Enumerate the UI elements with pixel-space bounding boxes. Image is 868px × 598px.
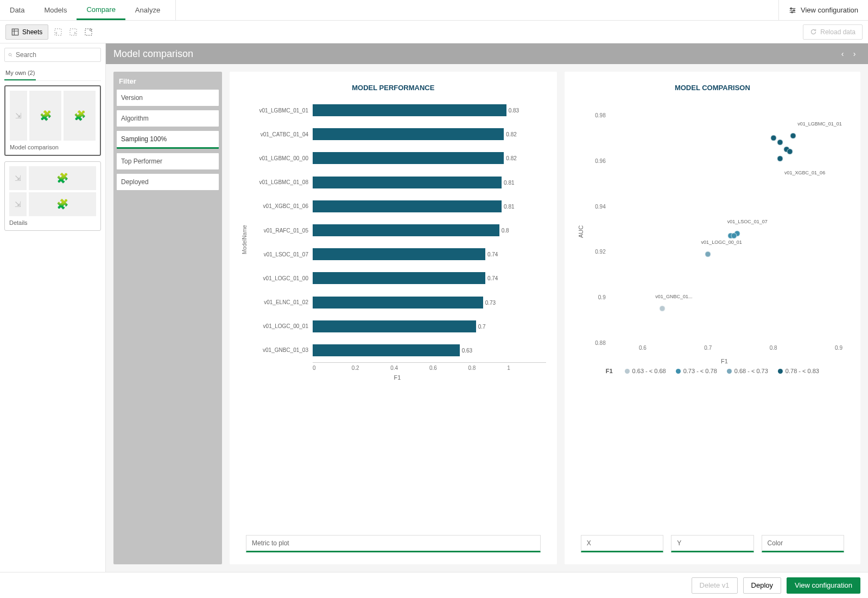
x-tick: 0.9 bbox=[835, 345, 842, 351]
scatter-ylabel: AUC bbox=[575, 98, 586, 364]
bar-category-label: v01_LOGC_01_00 bbox=[250, 275, 308, 281]
legend-swatch bbox=[778, 369, 783, 374]
sheet-card[interactable]: ⇲⇲🧩🧩Details bbox=[4, 161, 101, 231]
model-performance-title: MODEL PERFORMANCE bbox=[230, 72, 557, 98]
legend-title: F1 bbox=[606, 368, 613, 374]
search-icon bbox=[8, 52, 12, 58]
page-title: Model comparison bbox=[113, 48, 193, 60]
filter-item[interactable]: Top Performer bbox=[117, 153, 219, 169]
bar-category-label: v01_RAFC_01_05 bbox=[250, 228, 308, 234]
model-comparison-title: MODEL COMPARISON bbox=[565, 72, 860, 98]
y-tick: 0.98 bbox=[595, 112, 605, 118]
bar-value-label: 0.82 bbox=[506, 131, 516, 137]
model-performance-card: MODEL PERFORMANCE ModelName v01_LGBMC_01… bbox=[230, 72, 557, 564]
x-tick: 0.4 bbox=[390, 365, 429, 371]
scatter-annotation: v01_GNBC_01... bbox=[655, 294, 692, 299]
bar-row: v01_LOGC_00_010.7 bbox=[250, 314, 546, 338]
axis-selector-x[interactable]: X bbox=[581, 535, 663, 552]
scatter-point bbox=[659, 306, 665, 312]
axis-selector-y[interactable]: Y bbox=[671, 535, 753, 552]
legend-swatch bbox=[676, 369, 681, 374]
reload-label: Reload data bbox=[820, 28, 856, 36]
scatter-annotation: v01_LOGC_00_01 bbox=[701, 240, 742, 245]
reload-data-button: Reload data bbox=[803, 24, 863, 40]
search-input-wrap[interactable] bbox=[4, 48, 101, 62]
svg-point-8 bbox=[9, 53, 11, 56]
bar-xlabel: F1 bbox=[249, 374, 546, 381]
axis-selector-color[interactable]: Color bbox=[762, 535, 844, 552]
bar-category-label: v01_LSOC_01_07 bbox=[250, 251, 308, 257]
y-tick: 0.92 bbox=[595, 249, 605, 255]
scatter-point bbox=[770, 135, 776, 141]
sheet-card[interactable]: ⇲🧩🧩Model comparison bbox=[4, 85, 101, 156]
bar-category-label: v01_LOGC_00_01 bbox=[250, 323, 308, 329]
bar-row: v01_LGBMC_01_080.81 bbox=[250, 171, 546, 194]
bar-value-label: 0.73 bbox=[485, 299, 496, 305]
sheets-button[interactable]: Sheets bbox=[5, 24, 48, 40]
view-configuration-link[interactable]: View configuration bbox=[778, 0, 868, 20]
y-tick: 0.9 bbox=[598, 294, 606, 300]
svg-rect-5 bbox=[70, 29, 77, 35]
clear-selection-icon[interactable] bbox=[83, 27, 94, 37]
filter-item[interactable]: Deployed bbox=[117, 174, 219, 190]
bar-row: v01_LGBMC_01_010.83 bbox=[250, 98, 546, 122]
scatter-point bbox=[731, 233, 737, 239]
svg-point-1 bbox=[793, 9, 794, 10]
bar-value-label: 0.74 bbox=[487, 275, 498, 281]
bar-value-label: 0.81 bbox=[504, 203, 514, 209]
top-nav: DataModelsCompareAnalyze View configurat… bbox=[0, 0, 868, 21]
scatter-point bbox=[777, 140, 783, 146]
reload-icon bbox=[810, 28, 817, 35]
x-tick: 0.2 bbox=[352, 365, 391, 371]
bar-category-label: v01_CATBC_01_04 bbox=[250, 131, 308, 137]
scatter-point bbox=[705, 251, 711, 257]
svg-point-2 bbox=[791, 11, 793, 12]
scatter-point bbox=[777, 155, 783, 161]
y-tick: 0.88 bbox=[595, 340, 605, 346]
puzzle-icon: 🧩 bbox=[74, 110, 86, 122]
undo-selection-icon[interactable] bbox=[53, 27, 64, 37]
sheet-label: Model comparison bbox=[10, 144, 96, 150]
scatter-point bbox=[787, 149, 793, 155]
legend-label: 0.68 - < 0.73 bbox=[734, 368, 768, 374]
legend-label: 0.63 - < 0.68 bbox=[632, 368, 666, 374]
bar-row: v01_LOGC_01_000.74 bbox=[250, 266, 546, 290]
y-tick: 0.96 bbox=[595, 158, 605, 163]
search-input[interactable] bbox=[16, 51, 97, 59]
my-own-tab[interactable]: My own (2) bbox=[4, 66, 36, 80]
expand-icon: ⇲ bbox=[15, 174, 21, 182]
page-titlebar: Model comparison ‹ › bbox=[106, 43, 868, 64]
next-sheet-button[interactable]: › bbox=[848, 49, 860, 58]
expand-icon: ⇲ bbox=[15, 111, 22, 120]
bar-category-label: v01_LGBMC_01_08 bbox=[250, 179, 308, 185]
svg-rect-3 bbox=[12, 29, 18, 35]
x-tick: 1 bbox=[507, 365, 546, 371]
scatter-annotation: v01_XGBC_01_06 bbox=[784, 170, 825, 175]
deploy-button[interactable]: Deploy bbox=[743, 577, 781, 594]
bar-category-label: v01_XGBC_01_06 bbox=[250, 203, 308, 209]
prev-sheet-button[interactable]: ‹ bbox=[837, 49, 848, 58]
sheet-label: Details bbox=[9, 219, 96, 226]
view-configuration-button[interactable]: View configuration bbox=[787, 577, 860, 594]
nav-tab-compare[interactable]: Compare bbox=[77, 0, 125, 20]
model-performance-chart[interactable]: ModelName v01_LGBMC_01_010.83v01_CATBC_0… bbox=[240, 98, 546, 381]
bar-category-label: v01_GNBC_01_03 bbox=[250, 347, 308, 353]
filter-item[interactable]: Sampling 100% bbox=[117, 131, 219, 149]
redo-selection-icon[interactable] bbox=[68, 27, 79, 37]
nav-tab-analyze[interactable]: Analyze bbox=[125, 0, 170, 20]
scatter-xlabel: F1 bbox=[610, 358, 839, 364]
nav-tab-models[interactable]: Models bbox=[34, 0, 77, 20]
bar-row: v01_LSOC_01_070.74 bbox=[250, 242, 546, 266]
nav-tab-data[interactable]: Data bbox=[0, 0, 34, 20]
filter-item[interactable]: Version bbox=[117, 90, 219, 106]
model-comparison-chart[interactable]: AUC 0.980.960.940.920.90.88 v01_LGBMC_01… bbox=[575, 98, 850, 364]
scatter-annotation: v01_LSOC_01_07 bbox=[727, 219, 768, 224]
filter-item[interactable]: Algorithm bbox=[117, 110, 219, 127]
metric-to-plot-button[interactable]: Metric to plot bbox=[246, 535, 541, 552]
bar-row: v01_CATBC_01_040.82 bbox=[250, 122, 546, 146]
bar-row: v01_GNBC_01_030.63 bbox=[250, 338, 546, 362]
bar-value-label: 0.81 bbox=[504, 179, 514, 185]
legend-item: 0.68 - < 0.73 bbox=[727, 368, 768, 374]
x-tick: 0.7 bbox=[704, 345, 712, 351]
y-tick: 0.94 bbox=[595, 203, 605, 209]
